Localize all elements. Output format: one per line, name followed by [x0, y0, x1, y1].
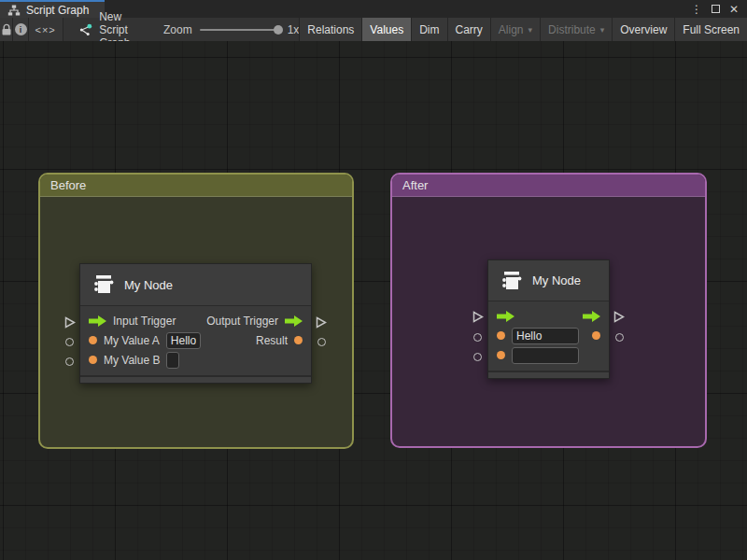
external-value-input-port[interactable]	[65, 357, 74, 366]
port-row: My Value B	[80, 350, 311, 370]
external-value-input-port[interactable]	[473, 333, 482, 342]
values-button[interactable]: Values	[361, 18, 411, 41]
zoom-slider[interactable]	[200, 29, 280, 31]
value-a-input[interactable]	[512, 328, 579, 344]
node-header[interactable]: My Node	[80, 264, 311, 306]
port-label: My Value B	[104, 354, 160, 367]
value-b-input[interactable]	[166, 352, 179, 369]
overview-button[interactable]: Overview	[612, 18, 674, 41]
node-footer	[80, 375, 311, 383]
port-label: Result	[256, 334, 288, 347]
distribute-dropdown[interactable]: Distribute ▾	[540, 18, 612, 41]
port-row	[488, 326, 609, 345]
align-dropdown[interactable]: Align ▾	[490, 18, 540, 41]
tab-label: Script Graph	[26, 4, 89, 17]
flow-input-port[interactable]	[497, 311, 514, 322]
external-value-output-port[interactable]	[615, 333, 624, 342]
code-icon: <×>	[35, 24, 56, 35]
node-title: My Node	[124, 278, 173, 292]
zoom-control: Zoom 1x	[163, 18, 299, 41]
external-flow-input-port[interactable]	[64, 316, 76, 329]
code-preview-button[interactable]: <×>	[29, 18, 63, 41]
value-output-port[interactable]	[294, 336, 303, 344]
port-row	[488, 345, 609, 365]
port-label: Input Trigger	[113, 315, 176, 328]
group-after-header[interactable]: After	[392, 175, 705, 197]
graph-asset-icon	[78, 23, 92, 36]
value-input-port[interactable]	[497, 351, 505, 359]
zoom-slider-handle[interactable]	[274, 25, 283, 35]
chevron-down-icon: ▾	[600, 25, 605, 35]
group-after-title: After	[402, 178, 428, 192]
fullscreen-button[interactable]: Full Screen	[674, 18, 747, 41]
close-icon[interactable]: ✕	[729, 3, 739, 16]
port-row	[488, 306, 609, 326]
lock-button[interactable]	[0, 18, 12, 41]
window-menu-icon[interactable]: ⋮	[691, 3, 702, 16]
info-icon: i	[15, 23, 27, 35]
carry-button[interactable]: Carry	[447, 18, 490, 41]
external-flow-output-port[interactable]	[613, 311, 625, 323]
graph-breadcrumb[interactable]: New Script Graph	[78, 18, 139, 41]
group-before-title: Before	[50, 178, 86, 192]
external-value-input-port[interactable]	[65, 338, 74, 346]
port-row: My Value A Result	[80, 330, 311, 350]
external-flow-input-port[interactable]	[472, 311, 484, 323]
toolbar: i <×> New Script Graph Zoom 1x Relations…	[0, 18, 747, 41]
node-icon	[91, 273, 115, 296]
node-footer	[488, 371, 609, 378]
value-input-port[interactable]	[89, 356, 97, 364]
tab-script-graph[interactable]: Script Graph	[0, 0, 105, 18]
value-b-input[interactable]	[512, 347, 579, 364]
node-my-node-after[interactable]: My Node	[487, 259, 610, 379]
flow-output-port[interactable]	[285, 315, 303, 327]
value-output-port[interactable]	[592, 331, 600, 340]
maximize-icon[interactable]	[712, 5, 720, 13]
view-toggle-group: Relations Values Dim Carry Align ▾ Distr…	[299, 18, 747, 41]
chevron-down-icon: ▾	[529, 25, 533, 35]
port-label: My Value A	[104, 334, 160, 347]
value-input-port[interactable]	[89, 336, 97, 344]
zoom-value: 1x	[288, 23, 300, 36]
dim-button[interactable]: Dim	[411, 18, 446, 41]
value-input-port[interactable]	[497, 331, 505, 340]
relations-button[interactable]: Relations	[299, 18, 361, 41]
flow-input-port[interactable]	[89, 315, 106, 327]
zoom-label: Zoom	[163, 23, 192, 36]
graph-canvas[interactable]: Before After My Node	[0, 41, 747, 560]
script-graph-icon	[7, 5, 21, 16]
node-body: Input Trigger Output Trigger My Value A …	[80, 306, 311, 375]
external-value-output-port[interactable]	[317, 338, 326, 346]
external-value-input-port[interactable]	[473, 353, 482, 361]
window-controls: ⋮ ✕	[683, 0, 747, 18]
node-title: My Node	[532, 273, 581, 287]
lock-icon	[1, 23, 12, 36]
node-body	[488, 301, 609, 371]
external-flow-output-port[interactable]	[316, 316, 327, 329]
info-button[interactable]: i	[13, 18, 28, 41]
port-label: Output Trigger	[206, 315, 278, 328]
group-before-header[interactable]: Before	[40, 175, 352, 197]
flow-output-port[interactable]	[583, 311, 600, 322]
node-my-node-before[interactable]: My Node Input Trigger Output Trigger	[79, 263, 312, 384]
node-icon	[499, 270, 523, 292]
node-header[interactable]: My Node	[488, 260, 609, 301]
value-a-input[interactable]	[166, 332, 201, 349]
port-row: Input Trigger Output Trigger	[80, 311, 311, 330]
toolbar-separator	[63, 18, 63, 41]
